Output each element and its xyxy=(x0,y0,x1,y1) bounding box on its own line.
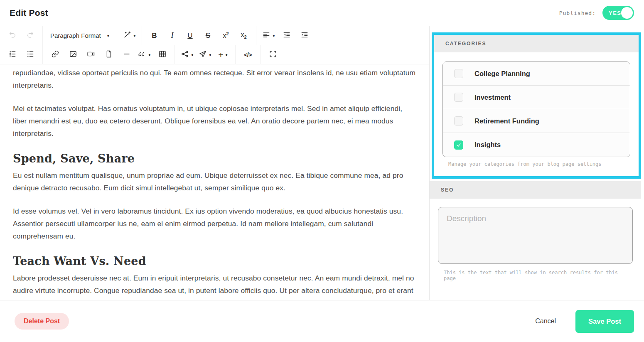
image-icon xyxy=(69,50,77,60)
undo-button[interactable] xyxy=(3,26,21,45)
plus-icon: + xyxy=(218,50,223,60)
share-button[interactable]: • xyxy=(178,45,196,64)
share-group: • • + • xyxy=(175,45,236,64)
share-icon xyxy=(181,50,189,60)
paragraph: Eu est nullam mentitum qualisque, unum p… xyxy=(13,169,418,194)
category-row-investment[interactable]: Investment xyxy=(443,86,630,109)
history-group xyxy=(0,26,43,45)
checkbox-unchecked-icon[interactable] xyxy=(454,69,463,78)
categories-body: College Planning Investment Retirement F… xyxy=(434,52,639,176)
horizontal-rule-icon xyxy=(123,50,131,60)
paragraph: repudiandae, vidisse oporteat periculis … xyxy=(13,66,418,91)
paragraph-format-dropdown[interactable]: Paragraph Format • xyxy=(46,26,113,45)
indent-icon xyxy=(300,31,309,41)
dropdown-dot-icon: • xyxy=(148,52,150,58)
settings-sidebar: CATEGORIES College Planning Investment R… xyxy=(429,26,644,300)
magic-wand-button[interactable]: • xyxy=(120,26,138,45)
insert-video-button[interactable] xyxy=(82,45,100,64)
categories-panel: CATEGORIES College Planning Investment R… xyxy=(432,32,641,179)
bold-button[interactable]: B xyxy=(145,26,163,45)
seo-header: SEO xyxy=(430,181,641,199)
categories-title: CATEGORIES xyxy=(445,41,486,47)
dropdown-dot-icon: • xyxy=(133,32,135,39)
seo-description-input[interactable] xyxy=(438,207,633,264)
quote-icon xyxy=(138,50,146,60)
redo-button[interactable] xyxy=(21,26,39,45)
published-toggle[interactable]: YES xyxy=(602,6,634,20)
magic-group: • xyxy=(117,26,142,45)
category-row-insights[interactable]: Insights xyxy=(443,133,630,157)
seo-body: This is the text that will show in searc… xyxy=(430,199,641,281)
paragraph: Labore prodesset deseruisse nec at. Eum … xyxy=(13,272,418,300)
insert-more-button[interactable]: + • xyxy=(214,45,232,64)
paper-plane-icon xyxy=(199,50,207,60)
dropdown-dot-icon: • xyxy=(209,52,211,58)
dropdown-dot-icon: • xyxy=(273,32,275,39)
strikethrough-button[interactable]: S xyxy=(199,26,217,45)
magic-wand-icon xyxy=(123,31,131,41)
align-left-icon xyxy=(262,31,270,41)
unordered-list-button[interactable] xyxy=(21,45,39,64)
insert-image-button[interactable] xyxy=(64,45,82,64)
save-post-button[interactable]: Save Post xyxy=(575,310,634,333)
send-button[interactable]: • xyxy=(196,45,214,64)
insert-file-button[interactable] xyxy=(100,45,118,64)
fullscreen-group xyxy=(261,45,285,64)
horizontal-rule-button[interactable] xyxy=(118,45,135,64)
dropdown-dot-icon: • xyxy=(226,52,228,58)
category-label: Retirement Funding xyxy=(474,117,539,125)
seo-title: SEO xyxy=(441,187,454,193)
subscript-button[interactable]: x2 xyxy=(235,26,253,45)
post-body-editor[interactable]: repudiandae, vidisse oporteat periculis … xyxy=(0,64,429,300)
checkbox-checked-icon[interactable] xyxy=(454,140,463,150)
categories-hint: Manage your categories from your blog pa… xyxy=(448,161,630,167)
dropdown-dot-icon: • xyxy=(107,32,109,39)
category-label: Investment xyxy=(474,93,511,101)
superscript-button[interactable]: x2 xyxy=(217,26,235,45)
table-icon xyxy=(158,50,167,60)
insert-table-button[interactable] xyxy=(153,45,171,64)
insert-group: • xyxy=(43,45,175,64)
file-icon xyxy=(105,50,113,60)
code-view-button[interactable]: </> xyxy=(239,45,257,64)
category-list: College Planning Investment Retirement F… xyxy=(442,62,630,157)
action-bar: Delete Post Cancel Save Post xyxy=(0,300,644,342)
toggle-knob-icon xyxy=(621,7,633,19)
categories-header: CATEGORIES xyxy=(434,35,639,52)
code-group: </> xyxy=(236,45,261,64)
delete-post-button[interactable]: Delete Post xyxy=(15,313,69,330)
fullscreen-button[interactable] xyxy=(264,45,282,64)
toolbar-row-2: • • • + • xyxy=(0,45,429,64)
video-icon xyxy=(87,50,95,60)
unordered-list-icon xyxy=(26,50,34,60)
italic-button[interactable]: I xyxy=(163,26,181,45)
editor-toolbar: Paragraph Format • • B I U S x2 x2 xyxy=(0,26,429,64)
published-label: Published: xyxy=(559,10,596,16)
code-icon: </> xyxy=(244,52,252,58)
outdent-button[interactable] xyxy=(278,26,295,45)
checkbox-unchecked-icon[interactable] xyxy=(454,116,463,125)
quote-button[interactable]: • xyxy=(135,45,153,64)
paragraph: Id esse volumus vel. Vel in vero laboram… xyxy=(13,205,418,242)
align-dropdown-button[interactable]: • xyxy=(260,26,278,45)
paragraph-format-label: Paragraph Format xyxy=(50,32,101,39)
page-title: Edit Post xyxy=(10,8,48,18)
category-label: College Planning xyxy=(474,70,530,78)
link-button[interactable] xyxy=(46,45,64,64)
text-style-group: B I U S x2 x2 xyxy=(142,26,256,45)
section-heading: Teach Want Vs. Need xyxy=(13,255,418,268)
seo-hint: This is the text that will show in searc… xyxy=(444,270,633,281)
outdent-icon xyxy=(283,31,291,41)
category-row-college-planning[interactable]: College Planning xyxy=(443,62,630,86)
ordered-list-button[interactable] xyxy=(3,45,21,64)
published-toggle-value: YES xyxy=(609,10,622,16)
checkbox-unchecked-icon[interactable] xyxy=(454,93,463,102)
underline-button[interactable]: U xyxy=(181,26,199,45)
section-heading: Spend, Save, Share xyxy=(13,152,418,165)
indent-button[interactable] xyxy=(295,26,313,45)
cancel-button[interactable]: Cancel xyxy=(535,317,556,325)
alignment-group: • xyxy=(256,26,317,45)
toolbar-row-1: Paragraph Format • • B I U S x2 x2 xyxy=(0,26,429,45)
category-row-retirement-funding[interactable]: Retirement Funding xyxy=(443,109,630,133)
paragraph: Mei et tacimates volutpat. Has ornatus v… xyxy=(13,102,418,140)
